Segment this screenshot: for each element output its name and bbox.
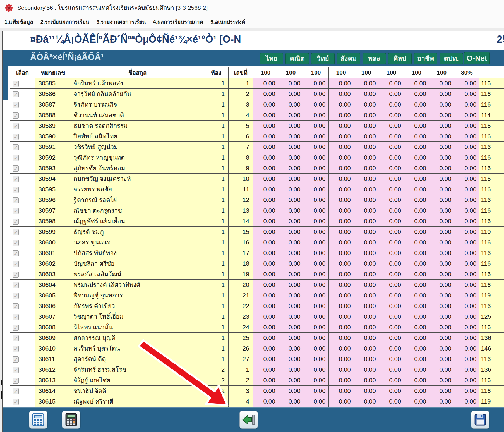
room-cell: 2	[204, 375, 228, 386]
menu-item-2[interactable]: 2.ระเบียนผลการเรียน	[40, 18, 89, 26]
subject-header-9[interactable]: O-Net	[464, 52, 490, 64]
row-checkbox[interactable]	[13, 187, 19, 193]
room-cell: 1	[204, 163, 228, 174]
student-row[interactable]: 30590ปิยพัทธ์ สนิทไทย160.000.000.000.000…	[10, 131, 504, 142]
row-checkbox[interactable]	[13, 293, 19, 299]
grade-calculator-button[interactable]	[29, 411, 47, 429]
row-checkbox[interactable]	[13, 112, 19, 119]
student-row[interactable]: 30596ฐิตาภรณ์ รอดไผ่1120.000.000.000.000…	[10, 195, 504, 205]
row-checkbox[interactable]	[13, 123, 19, 129]
row-checkbox[interactable]	[13, 155, 19, 161]
save-button[interactable]	[471, 411, 489, 429]
floppy-disk-icon	[474, 414, 486, 426]
score-cell: 0.00	[278, 280, 303, 290]
room-cell: 1	[204, 78, 228, 89]
row-checkbox[interactable]	[13, 378, 19, 384]
student-row[interactable]: 30605พิชามญชุ์ จุนทการ1210.000.000.000.0…	[10, 290, 504, 301]
score-cell: 0.00	[328, 248, 354, 258]
row-checkbox[interactable]	[13, 102, 19, 108]
student-row[interactable]: 30604พริมนปรางค์ เลิศวาทีพงศ์1200.000.00…	[10, 280, 504, 290]
student-row[interactable]: 30597ณัชชา ตะกรุดราช1130.000.000.000.000…	[10, 205, 504, 216]
row-checkbox[interactable]	[13, 346, 19, 352]
student-row[interactable]: 30592วุฒิภัทร หาญขุนทด180.000.000.000.00…	[10, 152, 504, 163]
student-row[interactable]: 30608วิไลพร แนวมั่น1240.000.000.000.000.…	[10, 322, 504, 333]
student-row[interactable]: 30611สุดารัตน์ ดีดุ1270.000.000.000.000.…	[10, 354, 504, 364]
subject-header-5[interactable]: พละ	[363, 53, 386, 64]
student-row[interactable]: 30591วชิรวิทย์ สูญน่วม170.000.000.000.00…	[10, 142, 504, 152]
row-checkbox[interactable]	[13, 176, 19, 182]
student-row[interactable]: 30587จิรภัทร บรรณกิจ130.000.000.000.000.…	[10, 99, 504, 110]
student-row[interactable]: 30599ธัญรดี ชมภู1150.000.000.000.000.000…	[10, 227, 504, 237]
row-checkbox[interactable]	[13, 314, 19, 320]
row-checkbox[interactable]	[13, 208, 19, 214]
row-checkbox[interactable]	[13, 219, 19, 225]
student-row[interactable]: 30614ชนาธิป จิตดี230.000.000.000.000.000…	[10, 386, 504, 396]
score-cell: 0.00	[303, 237, 328, 248]
student-row[interactable]: 30612จักรินทร์ ธรรมสโรช210.000.000.000.0…	[10, 364, 504, 375]
seat-no-cell: 1	[229, 78, 253, 89]
score-cell: 0.00	[303, 354, 328, 364]
student-row[interactable]: 30585จักรินทร์ แผ้วพลสง110.000.000.000.0…	[10, 78, 504, 89]
row-checkbox[interactable]	[13, 144, 19, 150]
subject-header-1[interactable]: ไทย	[260, 53, 283, 64]
student-row[interactable]: 30603พรลภัส เฉลิมวัฒน์1190.000.000.000.0…	[10, 269, 504, 280]
menu-item-3[interactable]: 3.รายงานผลการเรียน	[97, 18, 146, 26]
row-checkbox[interactable]	[13, 335, 19, 341]
row-checkbox[interactable]	[13, 197, 19, 203]
score-cell: 0.00	[328, 386, 354, 396]
row-checkbox[interactable]	[13, 261, 19, 267]
student-row[interactable]: 30600นภสร ขุนเณร1160.000.000.000.000.000…	[10, 237, 504, 248]
row-checkbox[interactable]	[13, 81, 19, 87]
row-checkbox[interactable]	[13, 367, 19, 373]
student-row[interactable]: 30609ศกลวรรณ บุญดี1250.000.000.000.000.0…	[10, 333, 504, 343]
seat-no-cell: 18	[229, 258, 253, 269]
student-row[interactable]: 30615ณัฐพงษ์ ศรีราตี240.000.000.000.000.…	[10, 396, 504, 407]
student-row[interactable]: 30602ปัญชลิกา ศรีชัย1180.000.000.000.000…	[10, 258, 504, 269]
score-cell: 0.00	[278, 205, 303, 216]
import-scores-button[interactable]	[239, 411, 258, 429]
row-checkbox[interactable]	[13, 134, 19, 140]
student-row[interactable]: 30595จรรยพร พลชัย1110.000.000.000.000.00…	[10, 184, 504, 195]
student-row[interactable]: 30594กนกขวัญ จงนุเคราะห์1100.000.000.000…	[10, 174, 504, 184]
student-row[interactable]: 30613จิรัฏฐ์ เกษไชย220.000.000.000.000.0…	[10, 375, 504, 386]
score-cell: 0.00	[354, 184, 379, 195]
student-row[interactable]: 30606ภัทรพร คำเขียว1220.000.000.000.000.…	[10, 301, 504, 311]
row-checkbox[interactable]	[13, 250, 19, 256]
subject-header-4[interactable]: สังคม	[337, 53, 360, 64]
student-row[interactable]: 30610สวรินทร์ บุตรโตน1260.000.000.000.00…	[10, 343, 504, 354]
row-checkbox[interactable]	[13, 282, 19, 288]
calculator-button[interactable]	[62, 411, 80, 429]
green-left-arrow-icon	[242, 414, 255, 426]
student-row[interactable]: 30607วิชญาดา โพธิ์เอี่ยม1230.000.000.000…	[10, 311, 504, 322]
student-row[interactable]: 30593สุภัทรชัย จันทร์หอม190.000.000.000.…	[10, 163, 504, 174]
student-row[interactable]: 30598ณัฏฐพัชร์ แย้มเยื้อน1140.000.000.00…	[10, 216, 504, 227]
subject-header-6[interactable]: ศิลป	[388, 53, 412, 64]
score-cell: 0.00	[454, 290, 479, 301]
row-checkbox[interactable]	[13, 240, 19, 246]
subject-header-3[interactable]: วิทย์	[311, 53, 335, 64]
subject-header-2[interactable]: คณิต	[285, 53, 309, 64]
row-checkbox[interactable]	[13, 325, 19, 331]
row-checkbox[interactable]	[13, 91, 19, 97]
student-row[interactable]: 30589ธนชาต รอดกสิกรรม150.000.000.000.000…	[10, 121, 504, 131]
menu-item-5[interactable]: 5.อเนกประสงค์	[210, 18, 245, 26]
row-checkbox[interactable]	[13, 356, 19, 363]
score-cell: 0.00	[454, 110, 479, 121]
row-checkbox[interactable]	[13, 388, 19, 394]
subject-header-8[interactable]: ตปท.	[440, 53, 463, 64]
total-cell: 116	[479, 248, 504, 258]
menu-item-1[interactable]: 1.แฟ้มข้อมูล	[4, 18, 33, 26]
row-checkbox[interactable]	[13, 229, 19, 235]
row-checkbox[interactable]	[13, 303, 19, 309]
student-row[interactable]: 30586จารุวิทย์ กลิ่นคล้ายกัน120.000.000.…	[10, 89, 504, 99]
row-checkbox[interactable]	[13, 165, 19, 172]
score-cell: 0.00	[379, 205, 404, 216]
total-cell: 116	[479, 205, 504, 216]
student-row[interactable]: 30588ชีวานนท์ เสมอชาติ140.000.000.000.00…	[10, 110, 504, 121]
row-checkbox[interactable]	[13, 399, 19, 405]
student-row[interactable]: 30601ปภัสสร พันธ์ทอง1170.000.000.000.000…	[10, 248, 504, 258]
row-checkbox[interactable]	[13, 272, 19, 278]
score-cell: 0.00	[278, 311, 303, 322]
menu-item-4[interactable]: 4.ผลการเรียนรายภาค	[153, 18, 203, 26]
subject-header-7[interactable]: อาชีพ	[414, 53, 437, 64]
